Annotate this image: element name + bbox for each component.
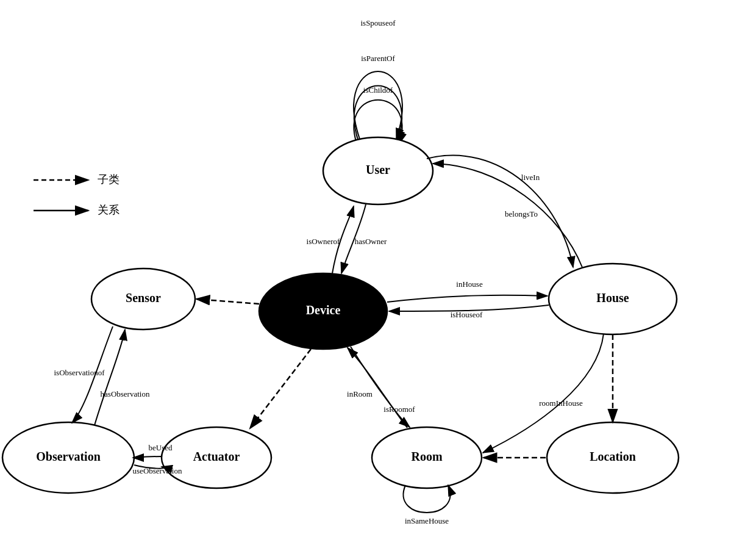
label-user: User bbox=[366, 163, 390, 176]
label-isChildOf: isChildof bbox=[363, 85, 393, 95]
legend-relation-label: 关系 bbox=[98, 204, 119, 216]
label-inSameHouse: inSameHouse bbox=[405, 516, 449, 525]
label-liveIn: liveIn bbox=[521, 173, 540, 182]
label-room: Room bbox=[411, 450, 442, 463]
label-isRoomOf: isRoomof bbox=[383, 405, 415, 414]
edge-inRoom bbox=[351, 347, 410, 427]
label-isObservationOf: isObservationof bbox=[54, 368, 105, 377]
diagram-container: 子类 关系 isSpouseof isParentOf isChildof Us… bbox=[0, 0, 756, 537]
label-location: Location bbox=[590, 450, 636, 463]
label-isParentOf: isParentOf bbox=[361, 54, 395, 63]
label-roomInHouse: roomInHouse bbox=[539, 398, 583, 408]
label-hasObservation: hasObservation bbox=[101, 389, 150, 398]
label-actuator: Actuator bbox=[193, 450, 240, 463]
edge-hasObservation bbox=[94, 330, 125, 425]
edge-inSameHouse bbox=[404, 485, 451, 513]
edge-device-actuator bbox=[250, 349, 311, 428]
label-inRoom: inRoom bbox=[347, 389, 373, 398]
edge-device-sensor bbox=[196, 299, 259, 304]
label-belongsTo: belongsTo bbox=[505, 209, 538, 218]
edge-inHouse bbox=[387, 295, 547, 302]
label-device: Device bbox=[306, 303, 341, 317]
label-hasOwner: hasOwner bbox=[355, 237, 387, 246]
label-useObservation: useObservation bbox=[133, 466, 182, 475]
label-beUsed: beUsed bbox=[149, 443, 173, 452]
label-house: House bbox=[596, 291, 629, 305]
label-observation: Observation bbox=[36, 450, 101, 463]
label-sensor: Sensor bbox=[126, 291, 161, 305]
label-isOwnerOf: isOwnerof bbox=[307, 237, 341, 246]
edge-isSpouseOf bbox=[354, 71, 402, 139]
edge-beUsed bbox=[133, 456, 162, 458]
edge-liveIn bbox=[427, 156, 573, 267]
label-inHouse: inHouse bbox=[456, 279, 483, 289]
legend-subclass-label: 子类 bbox=[98, 173, 119, 186]
label-isSpouseOf: isSpouseof bbox=[360, 18, 396, 27]
label-isHouseOf: isHouseof bbox=[451, 310, 483, 319]
